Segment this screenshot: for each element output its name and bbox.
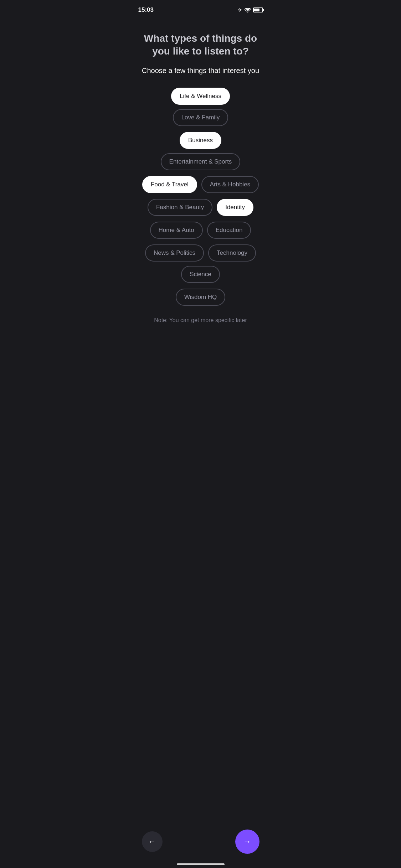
status-icons: ✈ bbox=[238, 7, 263, 13]
tags-row-5: Home & Auto Education bbox=[150, 222, 251, 239]
tags-row-6: News & Politics Technology Science bbox=[142, 244, 259, 283]
tags-row-3: Food & Travel Arts & Hobbies bbox=[142, 176, 259, 193]
tag-food-travel[interactable]: Food & Travel bbox=[142, 176, 197, 193]
note-text: Note: You can get more specific later bbox=[142, 317, 259, 324]
main-title: What types of things do you like to list… bbox=[142, 32, 259, 58]
tags-row-1: Life & Wellness Love & Family bbox=[142, 88, 259, 126]
tag-fashion-beauty[interactable]: Fashion & Beauty bbox=[148, 199, 212, 216]
battery-icon bbox=[253, 7, 263, 12]
status-bar: 15:03 ✈ bbox=[131, 0, 270, 18]
tag-home-auto[interactable]: Home & Auto bbox=[150, 222, 203, 239]
tags-row-7: Wisdom HQ bbox=[176, 289, 226, 306]
tag-technology[interactable]: Technology bbox=[208, 244, 256, 262]
tag-life-wellness[interactable]: Life & Wellness bbox=[171, 88, 230, 105]
tag-education[interactable]: Education bbox=[207, 222, 251, 239]
wifi-icon bbox=[245, 7, 251, 12]
tag-identity[interactable]: Identity bbox=[217, 199, 253, 216]
content: What types of things do you like to list… bbox=[131, 18, 270, 366]
tag-wisdom-hq[interactable]: Wisdom HQ bbox=[176, 289, 226, 306]
tags-row-4: Fashion & Beauty Identity bbox=[148, 199, 253, 216]
tag-business[interactable]: Business bbox=[180, 132, 221, 149]
subtitle: Choose a few things that interest you bbox=[142, 67, 259, 75]
tag-news-politics[interactable]: News & Politics bbox=[145, 244, 204, 262]
airplane-icon: ✈ bbox=[238, 7, 242, 13]
tags-row-2: Business Entertainment & Sports bbox=[142, 132, 259, 170]
tag-arts-hobbies[interactable]: Arts & Hobbies bbox=[201, 176, 259, 193]
tags-container: Life & Wellness Love & Family Business E… bbox=[142, 88, 259, 306]
tag-entertainment-sports[interactable]: Entertainment & Sports bbox=[161, 153, 241, 170]
status-time: 15:03 bbox=[138, 6, 154, 14]
tag-science[interactable]: Science bbox=[181, 266, 220, 283]
tag-love-family[interactable]: Love & Family bbox=[173, 109, 228, 126]
